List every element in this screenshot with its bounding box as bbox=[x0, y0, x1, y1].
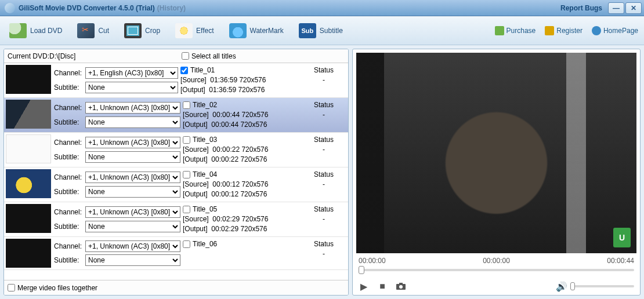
channel-select[interactable]: +1, Unknown (AC3) [0x80] bbox=[85, 137, 180, 148]
status-header: Status bbox=[301, 170, 347, 180]
subtitle-label: Subtitle bbox=[320, 27, 343, 35]
title-settings: Channel:+1, English (AC3) [0x80]Subtitle… bbox=[53, 63, 179, 97]
title-row[interactable]: Channel:+1, Unknown (AC3) [0x80]Subtitle… bbox=[4, 202, 348, 237]
title-settings: Channel:+1, Unknown (AC3) [0x80]Subtitle… bbox=[53, 98, 182, 132]
play-button[interactable]: ▶ bbox=[359, 281, 369, 291]
title-settings: Channel:+1, Unknown (AC3) [0x80]Subtitle… bbox=[53, 167, 182, 202]
channel-label: Channel: bbox=[54, 208, 84, 216]
current-dvd-label: Current DVD: bbox=[8, 52, 49, 60]
preview-pane: U 00:00:00 00:00:00 00:00:44 ▶ ■ 🔊 bbox=[352, 49, 641, 296]
report-bugs-link[interactable]: Report Bugs bbox=[560, 4, 602, 12]
subtitle-icon: Sub bbox=[299, 23, 316, 38]
channel-label: Channel: bbox=[54, 104, 84, 112]
crop-icon bbox=[124, 23, 142, 38]
snapshot-button[interactable] bbox=[396, 281, 406, 291]
title-checkbox[interactable] bbox=[183, 240, 190, 248]
status-header: Status bbox=[301, 65, 347, 75]
status-value: - bbox=[323, 111, 325, 119]
title-thumbnail bbox=[6, 204, 51, 233]
status-value: - bbox=[323, 180, 325, 188]
output-line: [Output] 00:00:44 720x576 bbox=[183, 120, 347, 130]
load-dvd-button[interactable]: Load DVD bbox=[6, 21, 66, 41]
subtitle-label: Subtitle: bbox=[54, 153, 84, 161]
title-name: Title_02 bbox=[193, 100, 217, 110]
title-row[interactable]: Channel:+1, Unknown (AC3) [0x80]Subtitle… bbox=[4, 133, 348, 167]
title-thumbnail bbox=[6, 100, 51, 129]
register-icon bbox=[545, 26, 554, 35]
subtitle-select[interactable]: None bbox=[85, 151, 180, 163]
title-list[interactable]: Channel:+1, English (AC3) [0x80]Subtitle… bbox=[4, 63, 348, 280]
title-row[interactable]: Channel:+1, English (AC3) [0x80]Subtitle… bbox=[4, 63, 348, 98]
effect-label: Effect bbox=[196, 27, 214, 35]
channel-label: Channel: bbox=[54, 173, 84, 181]
subtitle-select[interactable]: None bbox=[85, 186, 180, 198]
channel-select[interactable]: +1, Unknown (AC3) [0x80] bbox=[85, 240, 180, 252]
channel-select[interactable]: +1, Unknown (AC3) [0x80] bbox=[85, 206, 180, 218]
window-title: GiliSoft Movie DVD Converter 4.5.0 (Tria… bbox=[19, 4, 155, 12]
title-row[interactable]: Channel:+1, Unknown (AC3) [0x80]Subtitle… bbox=[4, 98, 348, 133]
subtitle-button[interactable]: SubSubtitle bbox=[295, 21, 346, 41]
output-line: [Output] 01:36:59 720x576 bbox=[180, 85, 347, 95]
subtitle-select[interactable]: None bbox=[85, 221, 180, 232]
video-preview[interactable]: U bbox=[356, 53, 636, 253]
svg-point-2 bbox=[399, 285, 403, 289]
subtitle-label: Subtitle: bbox=[54, 256, 84, 264]
time-current: 00:00:00 bbox=[483, 257, 510, 265]
watermark-button[interactable]: WaterMark bbox=[226, 21, 287, 41]
title-settings: Channel:+1, Unknown (AC3) [0x80]Subtitle… bbox=[53, 237, 182, 269]
title-settings: Channel:+1, Unknown (AC3) [0x80]Subtitle… bbox=[53, 133, 182, 167]
rating-badge-icon: U bbox=[613, 228, 631, 247]
load-dvd-label: Load DVD bbox=[30, 27, 62, 35]
title-info: Status-Title_03[Source] 00:00:22 720x576… bbox=[182, 133, 348, 167]
title-checkbox[interactable] bbox=[183, 206, 190, 213]
status-header: Status bbox=[301, 100, 347, 110]
volume-slider[interactable] bbox=[570, 285, 634, 287]
subtitle-select[interactable]: None bbox=[85, 82, 178, 93]
select-all-checkbox[interactable]: Select all titles bbox=[182, 52, 236, 60]
effect-button[interactable]: Effect bbox=[172, 21, 217, 41]
register-link[interactable]: Register bbox=[545, 26, 583, 35]
title-name: Title_04 bbox=[193, 170, 217, 180]
status-value: - bbox=[323, 215, 325, 223]
title-checkbox[interactable] bbox=[183, 136, 190, 144]
channel-select[interactable]: +1, Unknown (AC3) [0x80] bbox=[85, 172, 180, 183]
merge-files-checkbox[interactable]: Merge video files together bbox=[8, 284, 97, 292]
output-line: [Output] 00:00:12 720x576 bbox=[183, 189, 347, 199]
subtitle-label: Subtitle: bbox=[54, 188, 84, 196]
homepage-icon bbox=[592, 26, 601, 35]
homepage-link[interactable]: HomePage bbox=[592, 26, 638, 35]
stop-button[interactable]: ■ bbox=[377, 281, 388, 291]
preview-frame bbox=[356, 53, 636, 253]
status-value: - bbox=[323, 145, 325, 154]
purchase-link[interactable]: Purchase bbox=[495, 26, 536, 35]
channel-label: Channel: bbox=[54, 242, 84, 250]
channel-select[interactable]: +1, Unknown (AC3) [0x80] bbox=[85, 102, 180, 114]
volume-icon[interactable]: 🔊 bbox=[556, 281, 567, 291]
title-checkbox[interactable] bbox=[183, 171, 190, 178]
title-name: Title_03 bbox=[193, 135, 217, 145]
channel-select[interactable]: +1, English (AC3) [0x80] bbox=[85, 67, 178, 79]
title-info: Status-Title_02[Source] 00:00:44 720x576… bbox=[182, 98, 348, 132]
seek-slider[interactable] bbox=[359, 266, 634, 274]
subtitle-select[interactable]: None bbox=[85, 116, 180, 128]
channel-label: Channel: bbox=[54, 138, 84, 147]
minimize-button[interactable]: — bbox=[608, 2, 624, 14]
title-info: Status-Title_01[Source] 01:36:59 720x576… bbox=[179, 63, 348, 97]
subtitle-select[interactable]: None bbox=[85, 254, 180, 266]
svg-rect-1 bbox=[399, 283, 403, 285]
subtitle-label: Subtitle: bbox=[54, 223, 84, 231]
close-button[interactable]: ✕ bbox=[625, 2, 642, 14]
subtitle-label: Subtitle: bbox=[54, 83, 84, 92]
app-logo-icon bbox=[5, 3, 15, 13]
history-link[interactable]: (History) bbox=[157, 4, 186, 12]
title-info: Status-Title_04[Source] 00:00:12 720x576… bbox=[182, 167, 348, 202]
title-row[interactable]: Channel:+1, Unknown (AC3) [0x80]Subtitle… bbox=[4, 237, 348, 270]
title-row[interactable]: Channel:+1, Unknown (AC3) [0x80]Subtitle… bbox=[4, 167, 348, 202]
crop-button[interactable]: Crop bbox=[121, 21, 164, 41]
title-checkbox[interactable] bbox=[183, 101, 190, 109]
title-checkbox[interactable] bbox=[180, 67, 188, 74]
status-header: Status bbox=[301, 205, 347, 214]
cut-button[interactable]: Cut bbox=[74, 21, 113, 41]
main-toolbar: Load DVD Cut Crop Effect WaterMark SubSu… bbox=[0, 16, 644, 45]
title-bar: GiliSoft Movie DVD Converter 4.5.0 (Tria… bbox=[0, 0, 644, 16]
